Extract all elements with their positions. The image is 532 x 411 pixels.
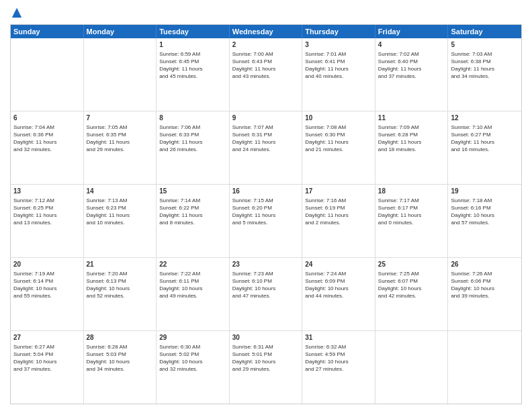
calendar: Sunday Monday Tuesday Wednesday Thursday… [10,24,522,404]
calendar-cell: 1Sunrise: 6:59 AM Sunset: 6:45 PM Daylig… [157,38,230,111]
day-info: Sunrise: 6:32 AM Sunset: 4:59 PM Dayligh… [305,343,372,373]
calendar-cell: 31Sunrise: 6:32 AM Sunset: 4:59 PM Dayli… [302,331,375,404]
day-number: 28 [87,333,154,342]
day-number: 16 [232,187,300,196]
day-number: 10 [305,113,372,123]
svg-marker-0 [12,8,21,17]
calendar-cell: 10Sunrise: 7:08 AM Sunset: 6:30 PM Dayli… [302,111,375,184]
day-number: 21 [87,260,154,269]
calendar-cell: 12Sunrise: 7:10 AM Sunset: 6:27 PM Dayli… [448,111,521,184]
calendar-cell: 18Sunrise: 7:17 AM Sunset: 6:17 PM Dayli… [375,185,449,257]
day-info: Sunrise: 7:03 AM Sunset: 6:38 PM Dayligh… [451,50,519,81]
calendar-cell: 11Sunrise: 7:09 AM Sunset: 6:28 PM Dayli… [375,111,449,184]
calendar-cell: 4Sunrise: 7:02 AM Sunset: 6:40 PM Daylig… [375,38,449,111]
header-sunday: Sunday [11,25,84,38]
day-number: 6 [13,113,81,123]
day-number: 15 [159,187,226,196]
calendar-cell: 21Sunrise: 7:20 AM Sunset: 6:13 PM Dayli… [84,258,157,330]
day-info: Sunrise: 7:15 AM Sunset: 6:20 PM Dayligh… [232,197,300,227]
day-info: Sunrise: 7:23 AM Sunset: 6:10 PM Dayligh… [232,270,300,300]
calendar-cell: 29Sunrise: 6:30 AM Sunset: 5:02 PM Dayli… [157,331,230,404]
calendar-cell: 7Sunrise: 7:05 AM Sunset: 6:35 PM Daylig… [84,111,157,184]
day-info: Sunrise: 7:17 AM Sunset: 6:17 PM Dayligh… [378,197,445,227]
day-number: 3 [305,40,372,50]
calendar-cell: 20Sunrise: 7:19 AM Sunset: 6:14 PM Dayli… [11,258,84,330]
calendar-cell: 6Sunrise: 7:04 AM Sunset: 6:36 PM Daylig… [11,111,84,184]
header-thursday: Thursday [302,25,375,38]
day-info: Sunrise: 7:22 AM Sunset: 6:11 PM Dayligh… [159,270,226,300]
calendar-row: 1Sunrise: 6:59 AM Sunset: 6:45 PM Daylig… [11,38,521,111]
calendar-cell: 17Sunrise: 7:16 AM Sunset: 6:19 PM Dayli… [302,185,375,257]
day-info: Sunrise: 6:30 AM Sunset: 5:02 PM Dayligh… [159,343,226,373]
calendar-cell: 19Sunrise: 7:18 AM Sunset: 6:16 PM Dayli… [448,185,521,257]
page: Sunday Monday Tuesday Wednesday Thursday… [0,0,532,411]
day-info: Sunrise: 7:05 AM Sunset: 6:35 PM Dayligh… [87,124,154,154]
calendar-cell: 5Sunrise: 7:03 AM Sunset: 6:38 PM Daylig… [448,38,521,111]
calendar-row: 6Sunrise: 7:04 AM Sunset: 6:36 PM Daylig… [11,111,521,185]
day-number: 23 [232,260,300,269]
calendar-row: 27Sunrise: 6:27 AM Sunset: 5:04 PM Dayli… [11,331,521,404]
calendar-cell: 8Sunrise: 7:06 AM Sunset: 6:33 PM Daylig… [157,111,230,184]
day-info: Sunrise: 7:00 AM Sunset: 6:43 PM Dayligh… [232,50,300,81]
day-number: 29 [159,333,226,342]
header-friday: Friday [375,25,449,38]
day-info: Sunrise: 7:09 AM Sunset: 6:28 PM Dayligh… [378,124,445,154]
header-tuesday: Tuesday [157,25,230,38]
calendar-body: 1Sunrise: 6:59 AM Sunset: 6:45 PM Daylig… [11,38,521,404]
calendar-cell: 27Sunrise: 6:27 AM Sunset: 5:04 PM Dayli… [11,331,84,404]
header [10,7,522,19]
calendar-cell: 9Sunrise: 7:07 AM Sunset: 6:31 PM Daylig… [230,111,303,184]
day-number: 9 [232,113,300,123]
day-info: Sunrise: 7:04 AM Sunset: 6:36 PM Dayligh… [13,124,81,154]
day-info: Sunrise: 7:06 AM Sunset: 6:33 PM Dayligh… [159,124,226,154]
calendar-cell [11,38,84,111]
logo-icon [11,7,23,19]
day-info: Sunrise: 7:02 AM Sunset: 6:40 PM Dayligh… [378,50,445,81]
header-monday: Monday [84,25,157,38]
logo [10,7,24,19]
calendar-cell: 15Sunrise: 7:14 AM Sunset: 6:22 PM Dayli… [157,185,230,257]
day-number: 19 [451,187,519,196]
day-number: 12 [451,113,519,123]
day-number: 24 [305,260,372,269]
day-number: 14 [87,187,154,196]
calendar-row: 13Sunrise: 7:12 AM Sunset: 6:25 PM Dayli… [11,185,521,258]
day-info: Sunrise: 7:24 AM Sunset: 6:09 PM Dayligh… [305,270,372,300]
day-number: 18 [378,187,445,196]
calendar-cell: 24Sunrise: 7:24 AM Sunset: 6:09 PM Dayli… [302,258,375,330]
day-info: Sunrise: 7:25 AM Sunset: 6:07 PM Dayligh… [378,270,445,300]
day-info: Sunrise: 7:13 AM Sunset: 6:23 PM Dayligh… [87,197,154,227]
day-number: 11 [378,113,445,123]
calendar-cell: 30Sunrise: 6:31 AM Sunset: 5:01 PM Dayli… [230,331,303,404]
header-wednesday: Wednesday [230,25,303,38]
day-info: Sunrise: 7:19 AM Sunset: 6:14 PM Dayligh… [13,270,81,300]
day-number: 25 [378,260,445,269]
day-number: 27 [13,333,81,342]
day-info: Sunrise: 6:59 AM Sunset: 6:45 PM Dayligh… [159,50,226,81]
calendar-cell [84,38,157,111]
day-info: Sunrise: 7:12 AM Sunset: 6:25 PM Dayligh… [13,197,81,227]
day-number: 30 [232,333,300,342]
day-info: Sunrise: 7:18 AM Sunset: 6:16 PM Dayligh… [451,197,519,227]
day-number: 17 [305,187,372,196]
day-info: Sunrise: 7:01 AM Sunset: 6:41 PM Dayligh… [305,50,372,81]
day-info: Sunrise: 7:20 AM Sunset: 6:13 PM Dayligh… [87,270,154,300]
day-info: Sunrise: 6:28 AM Sunset: 5:03 PM Dayligh… [87,343,154,373]
day-info: Sunrise: 7:14 AM Sunset: 6:22 PM Dayligh… [159,197,226,227]
day-number: 5 [451,40,519,50]
day-number: 2 [232,40,300,50]
calendar-cell: 23Sunrise: 7:23 AM Sunset: 6:10 PM Dayli… [230,258,303,330]
day-info: Sunrise: 7:16 AM Sunset: 6:19 PM Dayligh… [305,197,372,227]
day-number: 31 [305,333,372,342]
calendar-cell: 28Sunrise: 6:28 AM Sunset: 5:03 PM Dayli… [84,331,157,404]
day-number: 8 [159,113,226,123]
calendar-cell: 3Sunrise: 7:01 AM Sunset: 6:41 PM Daylig… [302,38,375,111]
calendar-cell: 22Sunrise: 7:22 AM Sunset: 6:11 PM Dayli… [157,258,230,330]
calendar-cell [375,331,449,404]
day-info: Sunrise: 7:10 AM Sunset: 6:27 PM Dayligh… [451,124,519,154]
day-number: 22 [159,260,226,269]
day-info: Sunrise: 6:31 AM Sunset: 5:01 PM Dayligh… [232,343,300,373]
calendar-cell: 26Sunrise: 7:26 AM Sunset: 6:06 PM Dayli… [448,258,521,330]
calendar-cell: 2Sunrise: 7:00 AM Sunset: 6:43 PM Daylig… [230,38,303,111]
calendar-cell: 16Sunrise: 7:15 AM Sunset: 6:20 PM Dayli… [230,185,303,257]
